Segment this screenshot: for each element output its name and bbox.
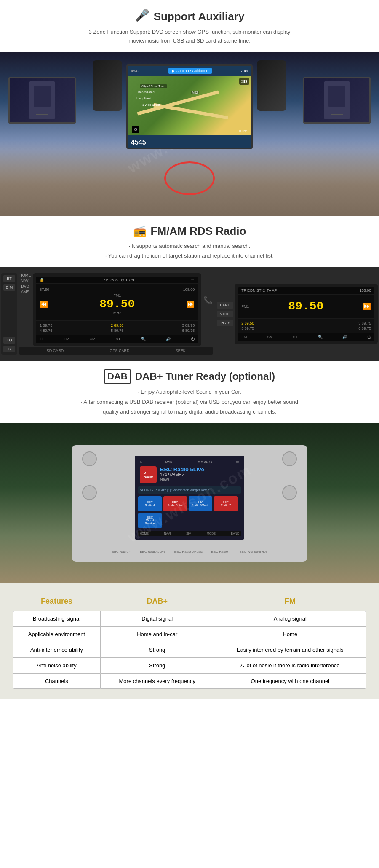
volume-icon-right[interactable]: 🔊 bbox=[342, 335, 347, 339]
dab-category: News bbox=[160, 477, 204, 481]
dab-ch5live[interactable]: BBCRadio 5Live bbox=[163, 496, 187, 511]
freq-start-left: 87.50 bbox=[40, 288, 49, 292]
dab-ch7[interactable]: BBCRadio 7 bbox=[214, 496, 238, 511]
pause-icon-left[interactable]: ⏸ bbox=[40, 337, 43, 341]
dab-sport-ticker: SPORT - RUGBY [1]: Warrington winger Kev… bbox=[138, 486, 241, 494]
td-dab-1: Home and in-car bbox=[101, 626, 214, 642]
ir-button[interactable]: IR bbox=[3, 346, 16, 352]
am-tab-right[interactable]: AM bbox=[267, 335, 273, 339]
play-button[interactable]: PLAY bbox=[217, 320, 233, 326]
td-dab-0: Digital signal bbox=[101, 611, 214, 626]
left-side-buttons: BT DIM EQ IR bbox=[1, 273, 18, 355]
right-monitor bbox=[303, 77, 371, 124]
st-tab-left[interactable]: ST bbox=[116, 337, 121, 341]
freq-display-right: 89.50 bbox=[288, 300, 323, 313]
td-feature-2: Anti-interfernce ability bbox=[13, 642, 101, 658]
microphone-icon: 🎤 bbox=[135, 8, 149, 22]
mode-ctrl[interactable]: MODE bbox=[207, 532, 216, 535]
dab-ch4[interactable]: BBCRadio 4 bbox=[138, 496, 162, 511]
rewind-button-left[interactable]: ⏪ bbox=[40, 300, 48, 308]
mode-button[interactable]: MODE bbox=[217, 311, 233, 317]
dab-screen-header: ⌂ DAB+ ● ● 01:43 ▭ bbox=[138, 459, 241, 465]
radio-top-bar-right: TP EON ST ⊙ TA AF 108.00 bbox=[238, 287, 374, 294]
td-fm-0: Analog signal bbox=[214, 611, 366, 626]
gps-distance: 4545 bbox=[131, 139, 146, 146]
dab-chbbc[interactable]: BBCWorldService bbox=[138, 513, 162, 528]
td-dab-4: More channels every frequency bbox=[101, 673, 214, 689]
auxiliary-title-row: 🎤 Support Auxiliary bbox=[17, 8, 362, 24]
am-tab-left[interactable]: AM bbox=[90, 337, 96, 341]
dvd-label[interactable]: DVD bbox=[19, 284, 31, 288]
radio-bottom-left: ⏸ FM AM ST 🔍 🔊 ⏻ bbox=[36, 335, 198, 343]
fastforward-button-right[interactable]: ⏩ bbox=[363, 302, 371, 310]
ams-label[interactable]: AMS bbox=[19, 290, 31, 294]
band-ctrl[interactable]: BAND bbox=[231, 532, 239, 535]
eq-button[interactable]: EQ bbox=[3, 337, 16, 344]
table-row: Applicable environmentHome and in-carHom… bbox=[13, 626, 366, 642]
volume-icon-left[interactable]: 🔊 bbox=[166, 337, 171, 341]
gps-continue-label: ▶ Continue Guidance bbox=[168, 68, 212, 74]
radio-unit-left: 🔒 TP EON ST ⊙ TA AF ↩ 87.50 108.00 ⏪ FM1 bbox=[33, 273, 201, 346]
radio-top-bar-left: 🔒 TP EON ST ⊙ TA AF ↩ bbox=[36, 277, 198, 283]
radio-unit-right: TP EON ST ⊙ TA AF 108.00 FM1 89.50 ⏩ bbox=[235, 284, 378, 344]
radio-presets-left: 1 89.75 2 89.50 3 89.75 4 89.75 5 89.75 … bbox=[36, 321, 198, 335]
sim-ctrl[interactable]: SIM bbox=[186, 532, 191, 535]
td-feature-3: Anti-noise ability bbox=[13, 658, 101, 673]
dab-logo: DAB bbox=[104, 369, 131, 384]
radio-section-header: 📻 FM/AM RDS Radio · It supports automati… bbox=[0, 216, 379, 267]
gps-screen: 4542 ▶ Continue Guidance 7:49 City of Ca… bbox=[126, 64, 253, 149]
search-icon-left[interactable]: 🔍 bbox=[141, 337, 146, 341]
td-fm-4: One frequency with one channel bbox=[214, 673, 366, 689]
dab-ch6[interactable]: BBCRadio 6Music bbox=[189, 496, 212, 511]
dab-title-row: DAB DAB+ Tuner Ready (optional) bbox=[17, 369, 362, 384]
fastforward-button-left[interactable]: ⏩ bbox=[186, 300, 195, 308]
radio-icon: 📻 bbox=[133, 225, 147, 238]
gps-3d-badge: 3D bbox=[239, 78, 249, 85]
radio-bottom-right: FM AM ST 🔍 🔊 ⏻ bbox=[238, 333, 374, 341]
comparison-section: Features DAB+ FM Broadcasting signalDigi… bbox=[0, 583, 379, 699]
dab-feature1: · Enjoy Audiophile-level Sound in your C… bbox=[80, 387, 299, 397]
dab-device-section: www.witson.com ⌂ DAB+ ● ● 01:43 ▭ bbox=[0, 423, 379, 583]
dim-button[interactable]: DIM bbox=[3, 284, 16, 291]
dab-title: DAB+ Tuner Ready (optional) bbox=[135, 371, 275, 382]
home-label[interactable]: HOME bbox=[19, 273, 31, 277]
td-fm-1: Home bbox=[214, 626, 366, 642]
radio-title: FM/AM RDS Radio bbox=[151, 225, 246, 238]
seek-label: SEEK bbox=[176, 349, 186, 353]
st-tab-right[interactable]: ST bbox=[293, 335, 298, 339]
mhz-label-left: MHz bbox=[99, 311, 135, 315]
car-image-section: www.witson.com 4542 ▶ Continue Guidance … bbox=[0, 52, 379, 216]
power-icon-right[interactable]: ⏻ bbox=[367, 335, 371, 339]
navi-ctrl[interactable]: NAVI bbox=[164, 532, 171, 535]
radio-feature2: · You can drag the icon of target statio… bbox=[17, 251, 362, 261]
td-feature-0: Broadcasting signal bbox=[13, 611, 101, 626]
freq-display-left: 89.50 bbox=[99, 298, 135, 311]
th-fm: FM bbox=[214, 592, 366, 611]
td-feature-1: Applicable environment bbox=[13, 626, 101, 642]
radio-presets-right: 2 89.50 3 89.75 5 89.75 6 89.75 bbox=[238, 319, 374, 333]
navi-label[interactable]: NAVI bbox=[19, 279, 31, 283]
radio-title-row: 📻 FM/AM RDS Radio bbox=[17, 225, 362, 238]
dab-frequency: 174.928MHz bbox=[160, 473, 204, 477]
gps-card-label: GPS CARD bbox=[109, 349, 129, 353]
home-ctrl[interactable]: HOME bbox=[140, 532, 149, 535]
dab-screen: ⌂ DAB+ ● ● 01:43 ▭ DRadio BBC Radio 5Liv… bbox=[135, 456, 244, 540]
auxiliary-title: Support Auxiliary bbox=[154, 10, 245, 23]
radio-display-right: FM1 89.50 ⏩ bbox=[238, 295, 374, 318]
bt-button[interactable]: BT bbox=[3, 275, 16, 282]
dab-channel-list: BBCRadio 4 BBCRadio 5Live BBCRadio 6Musi… bbox=[138, 496, 241, 528]
comparison-table: Features DAB+ FM Broadcasting signalDigi… bbox=[13, 592, 366, 689]
fm-tab-left[interactable]: FM bbox=[64, 337, 69, 341]
radio-device-section: BT DIM EQ IR HOME NAVI DVD AMS bbox=[0, 267, 379, 361]
band-button[interactable]: BAND bbox=[217, 302, 233, 309]
radio-display-left: 87.50 108.00 ⏪ FM1 89.50 MHz ⏩ bbox=[36, 284, 198, 320]
power-icon-left[interactable]: ⏻ bbox=[191, 337, 195, 341]
table-row: Anti-noise abilityStrongA lot of nosie i… bbox=[13, 658, 366, 673]
dab-bottom-controls: HOME NAVI SIM MODE BAND bbox=[138, 531, 241, 536]
left-monitor bbox=[8, 77, 76, 124]
fm-tab-right[interactable]: FM bbox=[241, 335, 247, 339]
radio-feature1: · It supports automatic search and manua… bbox=[17, 241, 362, 251]
dab-section-header: DAB DAB+ Tuner Ready (optional) · Enjoy … bbox=[0, 361, 379, 423]
search-icon-right[interactable]: 🔍 bbox=[318, 335, 323, 339]
auxiliary-description: 3 Zone Function Support: DVD screen show… bbox=[84, 28, 295, 46]
